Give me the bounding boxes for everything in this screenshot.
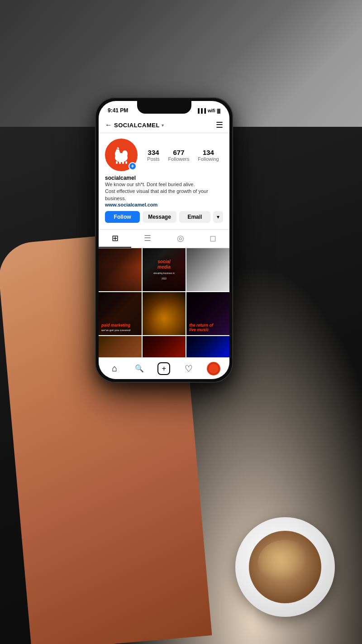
post-3[interactable] (186, 248, 229, 291)
svg-rect-7 (122, 161, 124, 164)
action-dropdown-button[interactable]: ▾ (213, 211, 223, 223)
tab-location[interactable]: ◎ (164, 230, 197, 248)
plus-badge[interactable]: + (129, 162, 137, 170)
action-buttons: Follow Message Email ▾ (105, 211, 223, 223)
phone-screen: 9:41 PM ▐▐▐ wifi ▓ ← SOCIALCAMEL ▾ ☰ (99, 101, 229, 379)
back-button[interactable]: ← (105, 121, 112, 129)
nav-home[interactable]: ⌂ (105, 360, 124, 378)
followers-label: Followers (168, 156, 189, 162)
email-button[interactable]: Email (179, 211, 210, 223)
add-post-icon: + (157, 362, 170, 375)
avatar-wrapper[interactable]: + (105, 139, 138, 171)
posts-stat: 334 Posts (147, 149, 160, 162)
status-icons: ▐▐▐ wifi ▓ (196, 108, 220, 113)
ig-header-left: ← SOCIALCAMEL ▾ (105, 121, 164, 129)
notch (137, 101, 191, 114)
signal-icon: ▐▐▐ (196, 108, 206, 113)
tab-bar: ⊞ ☰ ◎ ◻ (99, 229, 229, 248)
post-2-overlay-text: social mediaelevating business in 2022 (153, 259, 175, 281)
svg-rect-8 (125, 161, 127, 164)
heart-nav-icon: ♡ (185, 363, 193, 374)
svg-point-9 (116, 148, 118, 149)
hamburger-menu-icon[interactable]: ☰ (216, 120, 223, 130)
profile-section: + 334 Posts 677 Followers 134 (99, 133, 229, 226)
post-1-bg (99, 248, 142, 291)
following-stat: 134 Following (198, 149, 219, 162)
post-1[interactable] (99, 248, 142, 291)
list-tab-icon: ☰ (144, 233, 151, 243)
home-icon: ⌂ (112, 363, 117, 374)
post-4-overlay-text: paid marketingwe've got you covered (101, 323, 130, 333)
posts-count: 334 (147, 149, 160, 156)
posts-label: Posts (147, 156, 160, 162)
message-button[interactable]: Message (143, 211, 176, 223)
profile-nav-avatar (208, 363, 219, 375)
stats-row: 334 Posts 677 Followers 134 Following (143, 149, 223, 162)
bio-link[interactable]: www.socialcamel.com (105, 202, 223, 207)
follow-button[interactable]: Follow (105, 211, 140, 223)
svg-point-2 (122, 150, 128, 158)
phone: 9:41 PM ▐▐▐ wifi ▓ ← SOCIALCAMEL ▾ ☰ (95, 97, 233, 383)
following-label: Following (198, 156, 219, 162)
followers-count: 677 (168, 149, 189, 156)
svg-rect-6 (119, 161, 121, 164)
followers-stat: 677 Followers (168, 149, 189, 162)
bio-section: socialcamel We know our sh*t. Dont feel … (105, 175, 223, 207)
post-3-bg (186, 248, 229, 291)
nav-search[interactable]: 🔍 (130, 360, 148, 378)
status-time: 9:41 PM (108, 107, 128, 114)
camel-icon (110, 144, 132, 166)
post-5[interactable] (143, 292, 186, 335)
post-6[interactable]: the return oflive music (186, 292, 229, 335)
wifi-icon: wifi (208, 108, 215, 113)
bio-name: socialcamel (105, 175, 223, 181)
nav-add[interactable]: + (155, 360, 173, 378)
post-5-bg (143, 292, 186, 335)
tab-list[interactable]: ☰ (131, 230, 164, 248)
profile-top: + 334 Posts 677 Followers 134 (105, 139, 223, 171)
profile-username: SOCIALCAMEL (114, 122, 160, 129)
post-4[interactable]: paid marketingwe've got you covered (99, 292, 142, 335)
nav-profile[interactable] (205, 360, 223, 378)
ig-header: ← SOCIALCAMEL ▾ ☰ (99, 117, 229, 133)
battery-icon: ▓ (217, 108, 220, 113)
tab-tagged[interactable]: ◻ (197, 230, 229, 248)
username-dropdown-icon[interactable]: ▾ (162, 123, 164, 128)
tagged-tab-icon: ◻ (210, 233, 216, 243)
nav-heart[interactable]: ♡ (180, 360, 198, 378)
bottom-nav: ⌂ 🔍 + ♡ (99, 357, 229, 379)
location-tab-icon: ◎ (177, 233, 184, 243)
post-6-overlay-text: the return oflive music (189, 323, 213, 333)
svg-rect-5 (116, 161, 118, 164)
search-nav-icon: 🔍 (135, 364, 144, 373)
grid-tab-icon: ⊞ (112, 233, 119, 243)
bio-line-1: We know our sh*t. Dont feel buried alive… (105, 181, 223, 188)
following-count: 134 (198, 149, 219, 156)
bio-line-2: Cost effective visual that aid the growt… (105, 188, 223, 202)
phone-shell: 9:41 PM ▐▐▐ wifi ▓ ← SOCIALCAMEL ▾ ☰ (95, 97, 233, 383)
post-2[interactable]: social mediaelevating business in 2022 (143, 248, 186, 291)
coffee-cup (235, 517, 335, 617)
tab-grid[interactable]: ⊞ (99, 230, 131, 248)
